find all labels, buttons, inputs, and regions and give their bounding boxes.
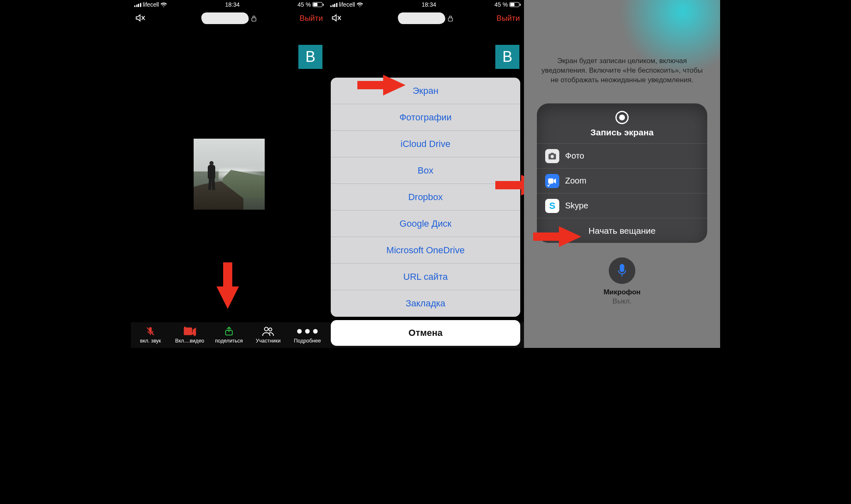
screenshot-1: lifecell 18:34 45 % Выйти В вкл. звук В <box>131 0 327 348</box>
screenshot-3: Экран будет записан целиком, включая уве… <box>524 0 720 348</box>
participant-tile[interactable]: В <box>298 45 322 69</box>
status-bar: lifecell 18:34 45 % <box>131 0 327 9</box>
carrier-label: lifecell <box>143 1 159 8</box>
svg-point-4 <box>269 328 272 331</box>
share-option-onedrive[interactable]: Microsoft OneDrive <box>331 237 520 264</box>
start-broadcast-button[interactable]: Начать вещание <box>537 218 707 243</box>
status-bar: lifecell 18:34 45 % <box>327 0 524 9</box>
card-title: Запись экрана <box>537 127 707 137</box>
signal-icon <box>330 2 337 7</box>
annotation-arrow-down-icon <box>216 262 239 311</box>
toggle-video-button[interactable]: Вкл....видео <box>174 326 206 344</box>
share-option-icloud[interactable]: iCloud Drive <box>331 131 520 157</box>
broadcast-warning: Экран будет записан целиком, включая уве… <box>541 56 703 85</box>
participant-tile[interactable]: В <box>495 45 519 69</box>
clock: 18:34 <box>422 1 436 8</box>
nav-bar: Выйти <box>327 9 524 27</box>
record-icon <box>615 111 629 124</box>
battery-icon <box>312 2 324 7</box>
meeting-title <box>398 12 453 24</box>
camera-icon <box>545 149 559 163</box>
signal-icon <box>134 2 141 7</box>
share-option-dropbox[interactable]: Dropbox <box>331 184 520 210</box>
skype-app-icon: S <box>545 199 559 213</box>
speaker-muted-icon[interactable] <box>135 14 146 23</box>
meeting-title <box>202 12 257 24</box>
lock-icon <box>448 15 453 22</box>
share-action-sheet: Экран Фотографии iCloud Drive Box Dropbo… <box>331 78 520 346</box>
share-option-box[interactable]: Box <box>331 157 520 184</box>
nav-bar: Выйти <box>131 9 327 27</box>
broadcast-app-photo[interactable]: Фото <box>537 143 707 168</box>
battery-icon <box>509 2 521 7</box>
microphone-label: Микрофон <box>524 288 720 296</box>
lock-icon <box>251 15 257 22</box>
wifi-icon <box>357 2 363 7</box>
carrier-label: lifecell <box>339 1 355 8</box>
battery-percent: 45 % <box>298 1 311 8</box>
shared-photo <box>194 139 265 210</box>
share-option-photos[interactable]: Фотографии <box>331 104 520 131</box>
share-option-bookmark[interactable]: Закладка <box>331 290 520 317</box>
svg-rect-0 <box>252 18 256 21</box>
bottom-toolbar: вкл. звук Вкл....видео поделиться Участн… <box>131 322 327 348</box>
svg-point-5 <box>297 329 302 333</box>
leave-button[interactable]: Выйти <box>497 14 520 23</box>
svg-point-9 <box>551 155 554 158</box>
checkmark-icon: ✓ <box>546 180 553 189</box>
cancel-button[interactable]: Отмена <box>331 320 520 346</box>
wifi-icon <box>160 2 167 7</box>
microphone-state: Выкл. <box>524 297 720 306</box>
svg-point-7 <box>313 329 317 333</box>
share-option-gdrive[interactable]: Google Диск <box>331 210 520 237</box>
share-button[interactable]: поделиться <box>213 326 245 344</box>
leave-button[interactable]: Выйти <box>300 14 323 23</box>
broadcast-app-skype[interactable]: S Skype <box>537 193 707 218</box>
svg-rect-11 <box>620 264 624 272</box>
svg-point-6 <box>305 329 310 333</box>
svg-point-3 <box>265 327 268 331</box>
svg-rect-8 <box>448 18 453 21</box>
participants-button[interactable]: Участники <box>252 326 284 344</box>
clock: 18:34 <box>225 1 240 8</box>
screen-record-card: Запись экрана Фото Zoom S Skype Начать в… <box>537 103 707 243</box>
speaker-muted-icon[interactable] <box>331 14 342 23</box>
broadcast-app-zoom[interactable]: Zoom <box>537 168 707 193</box>
battery-percent: 45 % <box>494 1 508 8</box>
share-option-url[interactable]: URL сайта <box>331 264 520 290</box>
microphone-toggle[interactable] <box>609 257 635 284</box>
more-button[interactable]: Подробнее <box>291 326 324 344</box>
share-option-screen[interactable]: Экран <box>331 78 520 104</box>
toggle-audio-button[interactable]: вкл. звук <box>134 326 167 344</box>
screenshot-2: lifecell 18:34 45 % Выйти В вкл. звук Вк… <box>327 0 524 348</box>
